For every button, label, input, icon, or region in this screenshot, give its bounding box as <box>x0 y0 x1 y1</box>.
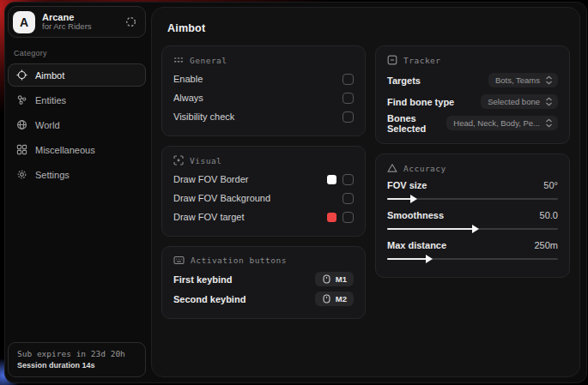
chevrons-up-down-icon <box>545 97 553 106</box>
brand-box: A Arcane for Arc Riders <box>8 6 146 38</box>
row-controls <box>327 212 354 223</box>
slider-fill <box>387 198 411 200</box>
keyboard-icon <box>173 256 185 265</box>
general-card-title: General <box>190 56 227 65</box>
fov-size-slider[interactable] <box>387 194 558 204</box>
dropdown-value: Bots, Teams <box>495 75 540 85</box>
sidebar-item-label: Entities <box>35 95 66 105</box>
main-panel: Aimbot General Enable <box>151 7 580 377</box>
dropdown-value: Head, Neck, Body, Pe... <box>453 118 540 128</box>
keybind-value: M1 <box>336 274 347 284</box>
page-title: Aimbot <box>167 22 570 34</box>
setting-label: Visibility check <box>173 111 234 122</box>
session-duration-text: Session duration 14s <box>17 361 136 370</box>
slider-thumb[interactable] <box>472 225 479 233</box>
find-bone-type-dropdown[interactable]: Selected bone <box>481 94 558 109</box>
draw-fov-background-checkbox[interactable] <box>342 193 354 204</box>
setting-label: Find bone type <box>387 97 454 107</box>
first-keybind-button[interactable]: M1 <box>315 272 354 286</box>
sidebar-item-miscellaneous[interactable]: Miscellaneous <box>8 138 146 161</box>
setting-row-smoothness: Smoothness 50.0 <box>387 208 558 234</box>
tracker-card-header: Tracker <box>387 55 558 65</box>
loader-icon[interactable] <box>125 16 136 27</box>
brand-subtitle: for Arc Riders <box>42 22 118 32</box>
second-keybind-button[interactable]: M2 <box>315 292 354 306</box>
triangle-icon <box>387 163 397 173</box>
app-window: A Arcane for Arc Riders Category <box>4 2 587 383</box>
activation-card: Activation buttons First keybind M1 <box>161 246 366 319</box>
sub-expiry-text: Sub expires in 23d 20h <box>17 349 136 358</box>
sidebar: A Arcane for Arc Riders Category <box>5 3 151 382</box>
fov-border-color-swatch[interactable] <box>327 175 336 184</box>
setting-label: Max distance <box>387 240 446 250</box>
bones-selected-dropdown[interactable]: Head, Neck, Body, Pe... <box>446 116 558 130</box>
setting-label: First keybind <box>173 274 232 285</box>
keybind-value: M2 <box>336 294 347 304</box>
scan-eye-icon <box>173 155 184 165</box>
sidebar-item-entities[interactable]: Entities <box>8 88 146 111</box>
slider-fill <box>387 228 473 230</box>
setting-label: Draw FOV target <box>173 212 245 222</box>
fov-size-value: 50° <box>543 180 558 190</box>
square-minus-icon <box>387 55 397 65</box>
setting-row-draw-fov-background: Draw FOV Background <box>173 189 354 208</box>
sidebar-item-label: Settings <box>35 170 70 180</box>
tracker-card: Tracker Targets Bots, Teams <box>375 45 570 144</box>
slider-thumb[interactable] <box>410 195 417 203</box>
globe-icon <box>16 119 27 130</box>
enable-checkbox[interactable] <box>342 74 354 85</box>
sidebar-nav: Aimbot Entities <box>5 63 151 186</box>
mouse-icon <box>322 294 331 304</box>
subscription-info-box: Sub expires in 23d 20h Session duration … <box>8 342 146 377</box>
setting-row-second-keybind: Second keybind M2 <box>173 289 354 309</box>
setting-row-fov-size: FOV size 50° <box>387 177 558 204</box>
general-card: General Enable Always Visibility check <box>161 45 366 136</box>
setting-row-max-distance: Max distance 250m <box>387 238 558 264</box>
visual-card-title: Visual <box>190 156 221 165</box>
smoothness-slider[interactable] <box>387 224 558 234</box>
row-controls <box>342 193 354 204</box>
smoothness-value: 50.0 <box>540 210 558 220</box>
setting-label: Draw FOV Background <box>173 193 270 203</box>
setting-label: Smoothness <box>387 210 444 220</box>
activation-card-title: Activation buttons <box>191 256 287 265</box>
setting-label: Targets <box>387 75 421 86</box>
setting-row-find-bone-type: Find bone type Selected bone <box>387 91 558 112</box>
sidebar-item-settings[interactable]: Settings <box>8 163 146 186</box>
sidebar-item-aimbot[interactable]: Aimbot <box>8 63 146 87</box>
slider-thumb[interactable] <box>426 255 433 263</box>
draw-fov-border-checkbox[interactable] <box>342 174 354 185</box>
sidebar-item-label: World <box>35 120 60 130</box>
setting-label: Enable <box>173 74 203 84</box>
targets-dropdown[interactable]: Bots, Teams <box>488 73 558 87</box>
row-controls <box>327 174 354 185</box>
accuracy-card-header: Accuracy <box>387 163 558 173</box>
chevrons-up-down-icon <box>545 75 553 85</box>
draw-fov-target-checkbox[interactable] <box>342 212 354 223</box>
setting-label: Always <box>173 93 203 103</box>
tracker-card-title: Tracker <box>403 56 441 65</box>
mouse-icon <box>322 274 331 284</box>
general-card-header: General <box>173 55 354 65</box>
app-logo: A <box>13 11 35 33</box>
category-label: Category <box>14 49 151 57</box>
slider-fill <box>387 258 427 260</box>
crosshair-icon <box>16 69 27 81</box>
accuracy-card-title: Accuracy <box>403 164 446 173</box>
always-checkbox[interactable] <box>342 93 354 104</box>
brand-text: Arcane for Arc Riders <box>42 12 118 33</box>
max-distance-slider[interactable] <box>387 254 558 264</box>
setting-label: FOV size <box>387 180 427 190</box>
visibility-check-checkbox[interactable] <box>342 111 354 123</box>
max-distance-value: 250m <box>534 240 558 250</box>
setting-row-bones-selected: Bones Selected Head, Neck, Body, Pe... <box>387 112 558 134</box>
setting-label: Second keybind <box>173 294 246 304</box>
fov-target-color-swatch[interactable] <box>327 213 336 222</box>
gear-icon <box>16 169 27 180</box>
setting-row-always: Always <box>173 88 354 107</box>
setting-label: Draw FOV Border <box>173 174 248 184</box>
sidebar-item-world[interactable]: World <box>8 113 146 136</box>
setting-row-draw-fov-border: Draw FOV Border <box>173 170 354 189</box>
sidebar-item-label: Aimbot <box>35 70 64 81</box>
setting-row-first-keybind: First keybind M1 <box>173 269 354 289</box>
